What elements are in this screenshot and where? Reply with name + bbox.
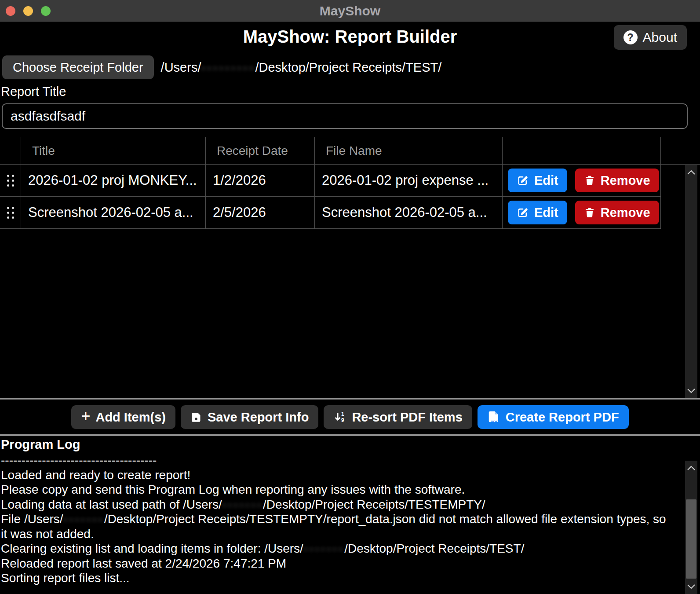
about-button[interactable]: ? About [614, 25, 687, 50]
redacted-username: ······· [303, 542, 344, 555]
resort-pdf-items-label: Re-sort PDF Items [352, 410, 462, 425]
file-name-column-header: File Name [315, 137, 503, 165]
edit-pencil-icon [517, 174, 529, 187]
footer-actions-row: + Add Item(s) Save Report Info 19 Re-sor… [0, 403, 700, 431]
receipt-folder-path: /Users/·········/Desktop/Project Receipt… [161, 60, 442, 75]
actions-column-header [503, 137, 661, 165]
create-report-pdf-label: Create Report PDF [506, 410, 619, 425]
row-receipt-date-cell: 2/5/2026 [206, 197, 315, 229]
edit-pencil-icon [517, 206, 529, 219]
save-report-info-label: Save Report Info [208, 410, 309, 425]
scroll-up-icon[interactable] [687, 465, 696, 471]
row-file-name-cell: Screenshot 2026-02-05 a... [315, 197, 503, 229]
drag-column-header [0, 137, 21, 165]
remove-button[interactable]: Remove [575, 169, 659, 192]
window-titlebar: MayShow [0, 0, 700, 22]
trash-icon [584, 207, 595, 218]
folder-row: Choose Receipt Folder /Users/·········/D… [2, 55, 698, 79]
about-button-label: About [643, 30, 677, 45]
svg-text:PDF: PDF [491, 420, 499, 424]
log-line: Reloaded report last saved at 2/24/2026 … [1, 556, 667, 571]
traffic-lights [6, 6, 51, 16]
log-line: -------------------------------------- [1, 453, 667, 468]
trash-icon [584, 175, 595, 186]
edit-button[interactable]: Edit [508, 201, 567, 224]
header-row: MayShow: Report Builder ? About [0, 22, 700, 53]
save-icon [190, 411, 202, 423]
path-suffix: /Desktop/Project Receipts/TEST/ [255, 60, 441, 74]
scroll-down-icon[interactable] [687, 388, 696, 394]
scroll-down-icon[interactable] [687, 583, 696, 590]
scroll-gutter-header [661, 137, 700, 165]
drag-handle-icon[interactable] [0, 197, 21, 229]
log-scrollbar-thumb[interactable] [686, 499, 696, 579]
window-title: MayShow [0, 4, 700, 18]
edit-button[interactable]: Edit [508, 169, 567, 192]
resort-pdf-items-button[interactable]: 19 Re-sort PDF Items [324, 405, 472, 429]
log-line: Loaded and ready to create report! [1, 468, 667, 483]
log-line: File /Users/·······/Desktop/Project Rece… [1, 512, 667, 541]
pdf-file-icon: PDF [487, 411, 500, 424]
table-scrollbar[interactable] [685, 165, 697, 398]
table-header-row: Title Receipt Date File Name [0, 137, 700, 165]
choose-receipt-folder-button[interactable]: Choose Receipt Folder [2, 55, 154, 79]
add-items-label: Add Item(s) [95, 410, 166, 425]
plus-icon: + [81, 408, 90, 424]
program-log-section: Program Log ----------------------------… [0, 434, 700, 594]
redacted-username: ······· [63, 512, 104, 526]
zoom-window-icon[interactable] [41, 6, 51, 16]
scroll-up-icon[interactable] [687, 169, 696, 176]
page-title: MayShow: Report Builder [0, 22, 700, 47]
row-title-cell: Screenshot 2026-02-05 a... [21, 197, 206, 229]
log-line: Sorting report files list... [1, 571, 667, 586]
report-title-label: Report Title [1, 84, 699, 99]
path-prefix: /Users/ [161, 60, 201, 74]
report-title-input[interactable] [2, 103, 688, 129]
edit-label: Edit [534, 205, 558, 220]
table-body: 2026-01-02 proj MONKEY...1/2/20262026-01… [0, 165, 700, 229]
create-report-pdf-button[interactable]: PDF Create Report PDF [478, 405, 629, 429]
row-receipt-date-cell: 1/2/2026 [206, 165, 315, 197]
drag-handle-icon[interactable] [0, 165, 21, 197]
minimize-window-icon[interactable] [23, 6, 33, 16]
program-log-heading: Program Log [1, 437, 700, 452]
log-line: Clearing existing list and loading items… [1, 541, 667, 556]
title-column-header: Title [21, 137, 206, 165]
row-actions-cell: EditRemove [503, 197, 661, 229]
row-actions-cell: EditRemove [503, 165, 661, 197]
svg-text:9: 9 [341, 417, 344, 423]
save-report-info-button[interactable]: Save Report Info [181, 405, 318, 429]
remove-label: Remove [601, 173, 650, 188]
close-window-icon[interactable] [6, 6, 15, 16]
row-title-cell: 2026-01-02 proj MONKEY... [21, 165, 206, 197]
log-line: Please copy and send this Program Log wh… [1, 482, 667, 497]
add-items-button[interactable]: + Add Item(s) [71, 405, 175, 429]
table-row: 2026-01-02 proj MONKEY...1/2/20262026-01… [0, 165, 700, 197]
sort-numeric-icon: 19 [333, 411, 346, 424]
log-line: Loading data at last used path of /Users… [1, 497, 667, 512]
edit-label: Edit [534, 173, 558, 188]
program-log-text: --------------------------------------Lo… [1, 453, 667, 586]
log-scrollbar[interactable] [685, 461, 697, 594]
path-redacted-username: ········· [201, 60, 255, 74]
table-row: Screenshot 2026-02-05 a...2/5/2026Screen… [0, 197, 700, 229]
redacted-username: ······· [222, 498, 263, 511]
remove-button[interactable]: Remove [575, 201, 659, 224]
remove-label: Remove [601, 205, 650, 220]
svg-text:1: 1 [341, 411, 344, 417]
receipt-date-column-header: Receipt Date [206, 137, 315, 165]
row-file-name-cell: 2026-01-02 proj expense ... [315, 165, 503, 197]
report-items-table: Title Receipt Date File Name 2026-01-02 … [0, 137, 700, 400]
question-icon: ? [623, 30, 638, 44]
